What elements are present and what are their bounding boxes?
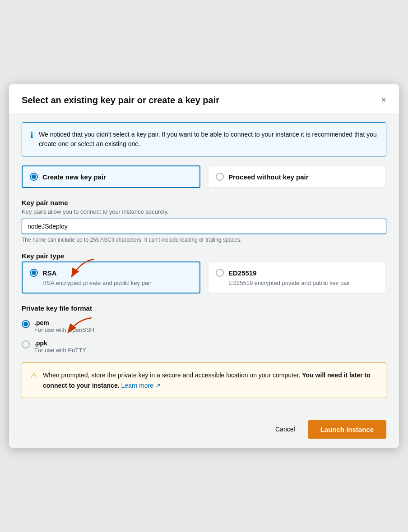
proceed-without-key-label: Proceed without key pair (228, 173, 309, 181)
ppk-option[interactable]: .ppk For use with PuTTY (22, 339, 386, 353)
key-pair-name-hint: The name can include up to 255 ASCII cha… (22, 237, 386, 243)
modal: Select an existing key pair or create a … (9, 84, 399, 448)
create-key-pair-label: Create new key pair (42, 173, 106, 181)
warning-text: When prompted, store the private key in … (43, 370, 378, 390)
launch-instance-button[interactable]: Launch instance (308, 420, 386, 439)
key-pair-name-label: Key pair name (22, 199, 386, 206)
ed25519-desc: ED25519 encrypted private and public key… (216, 280, 378, 286)
ed25519-radio[interactable] (216, 269, 224, 277)
proceed-without-key-pair-option[interactable]: Proceed without key pair (208, 165, 386, 188)
ppk-content: .ppk For use with PuTTY (34, 339, 86, 353)
rsa-label: RSA (42, 269, 57, 277)
modal-body: ℹ We noticed that you didn't select a ke… (9, 113, 399, 411)
key-pair-type-section: Key pair type RSA RSA encrypted private … (22, 252, 386, 294)
warning-icon: ⚠ (30, 371, 37, 390)
external-link-icon: ↗ (155, 382, 161, 389)
proceed-without-key-radio[interactable] (216, 173, 224, 181)
key-pair-type-label: Key pair type (22, 252, 386, 260)
ppk-radio[interactable] (22, 340, 30, 349)
key-pair-name-sublabel: Key pairs allow you to connect to your i… (22, 208, 386, 215)
ed25519-type-option[interactable]: ED25519 ED25519 encrypted private and pu… (208, 261, 386, 294)
info-banner: ℹ We noticed that you didn't select a ke… (22, 122, 386, 156)
close-button[interactable]: × (381, 95, 386, 104)
ppk-desc: For use with PuTTY (34, 347, 86, 353)
pem-option[interactable]: .pem For use with OpenSSH (22, 319, 386, 333)
warning-banner: ⚠ When prompted, store the private key i… (22, 362, 386, 398)
key-pair-name-section: Key pair name Key pairs allow you to con… (22, 199, 386, 243)
rsa-type-option[interactable]: RSA RSA encrypted private and public key… (22, 261, 200, 294)
rsa-desc: RSA encrypted private and public key pai… (30, 280, 192, 286)
pem-content: .pem For use with OpenSSH (34, 319, 94, 333)
key-pair-name-input[interactable] (22, 219, 386, 234)
modal-title: Select an existing key pair or create a … (22, 95, 219, 105)
private-key-format-section: Private key file format .pem For use wit… (22, 304, 386, 353)
private-key-format-label: Private key file format (22, 304, 386, 312)
info-icon: ℹ (30, 130, 33, 149)
key-pair-type-row: RSA RSA encrypted private and public key… (22, 261, 386, 294)
create-key-pair-radio[interactable] (30, 173, 38, 181)
create-new-key-pair-option[interactable]: Create new key pair (22, 165, 200, 188)
modal-footer: Cancel Launch instance (9, 411, 399, 448)
pem-radio[interactable] (22, 320, 30, 328)
learn-more-link[interactable]: Learn more ↗ (121, 382, 160, 389)
pem-desc: For use with OpenSSH (34, 326, 94, 333)
key-pair-options-row: Create new key pair Proceed without key … (22, 165, 386, 188)
rsa-radio[interactable] (30, 269, 38, 277)
pem-label: .pem (34, 319, 94, 326)
ppk-label: .ppk (34, 339, 86, 347)
modal-header: Select an existing key pair or create a … (9, 84, 399, 113)
info-banner-text: We noticed that you didn't select a key … (39, 130, 378, 149)
ed25519-label: ED25519 (228, 269, 257, 277)
ed25519-card-header: ED25519 (216, 269, 378, 277)
warning-text-plain: When prompted, store the private key in … (43, 371, 302, 379)
cancel-button[interactable]: Cancel (268, 422, 302, 436)
rsa-card-header: RSA (30, 269, 192, 277)
